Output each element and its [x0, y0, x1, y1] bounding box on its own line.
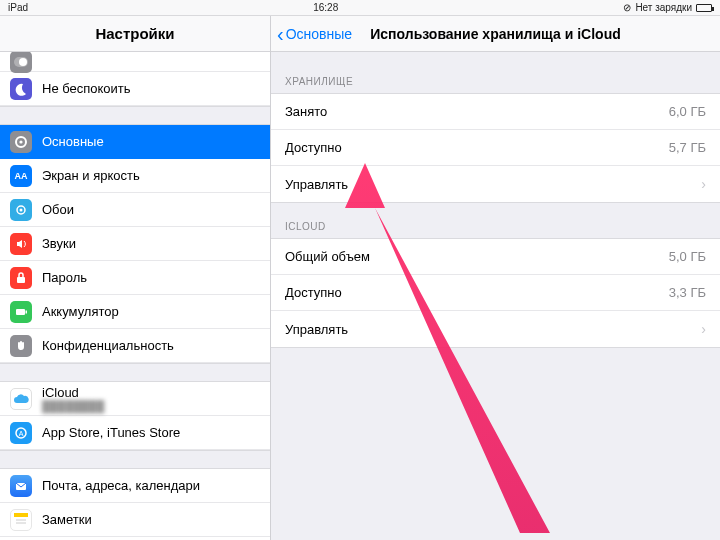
status-charging-text: Нет зарядки: [635, 2, 692, 13]
appstore-icon: A: [10, 422, 32, 444]
svg-text:AA: AA: [15, 171, 28, 181]
chevron-right-icon: ›: [701, 321, 706, 337]
battery-icon: [696, 4, 712, 12]
notes-icon: [10, 509, 32, 531]
sidebar-item-label: Не беспокоить: [42, 81, 270, 96]
row-key: Доступно: [285, 140, 669, 155]
sidebar-title: Настройки: [0, 16, 270, 52]
sidebar-item-sounds[interactable]: Звуки: [0, 227, 270, 261]
wallpaper-icon: [10, 199, 32, 221]
sidebar-item-label: Обои: [42, 202, 270, 217]
sidebar-item-general[interactable]: Основные: [0, 125, 270, 159]
svg-point-1: [19, 58, 27, 66]
row-key: Доступно: [285, 285, 669, 300]
group-header-storage: ХРАНИЛИЩЕ: [271, 58, 720, 93]
sidebar-item-icloud[interactable]: iCloud ████████: [0, 382, 270, 416]
icloud-account-blurred: ████████: [42, 400, 104, 412]
sidebar-item-label: Пароль: [42, 270, 270, 285]
row-key: Управлять: [285, 177, 693, 192]
sidebar-item-privacy[interactable]: Конфиденциальность: [0, 329, 270, 363]
svg-rect-8: [16, 309, 25, 315]
svg-rect-13: [14, 513, 28, 517]
group-icloud: Общий объем 5,0 ГБ Доступно 3,3 ГБ Управ…: [271, 238, 720, 348]
svg-rect-7: [17, 277, 25, 283]
cloud-icon: [10, 388, 32, 410]
sidebar-item-mail[interactable]: Почта, адреса, календари: [0, 469, 270, 503]
gear-icon: [10, 131, 32, 153]
sidebar-item-notes[interactable]: Заметки: [0, 503, 270, 537]
sidebar-item-label: iCloud: [42, 385, 104, 400]
row-icloud-manage[interactable]: Управлять ›: [271, 311, 720, 347]
svg-point-3: [19, 140, 22, 143]
row-icloud-total[interactable]: Общий объем 5,0 ГБ: [271, 239, 720, 275]
sidebar-item-label: Звуки: [42, 236, 270, 251]
svg-rect-9: [26, 310, 28, 313]
sidebar-item-label: Экран и яркость: [42, 168, 270, 183]
sidebar-item-label: App Store, iTunes Store: [42, 425, 270, 440]
battery-icon: [10, 301, 32, 323]
sidebar-item-do-not-disturb[interactable]: Не беспокоить: [0, 72, 270, 106]
row-key: Занято: [285, 104, 669, 119]
sidebar-item-label: Основные: [42, 134, 270, 149]
sidebar-item-passcode[interactable]: Пароль: [0, 261, 270, 295]
group-storage: Занято 6,0 ГБ Доступно 5,7 ГБ Управлять …: [271, 93, 720, 203]
row-value: 3,3 ГБ: [669, 285, 706, 300]
svg-point-6: [20, 208, 23, 211]
row-icloud-available[interactable]: Доступно 3,3 ГБ: [271, 275, 720, 311]
status-time: 16:28: [28, 2, 623, 13]
row-key: Управлять: [285, 322, 693, 337]
row-key: Общий объем: [285, 249, 669, 264]
sidebar-item-label: Заметки: [42, 512, 270, 527]
hand-icon: [10, 335, 32, 357]
mail-icon: [10, 475, 32, 497]
row-storage-used[interactable]: Занято 6,0 ГБ: [271, 94, 720, 130]
row-value: 5,0 ГБ: [669, 249, 706, 264]
chevron-right-icon: ›: [701, 176, 706, 192]
sidebar-item-wallpaper[interactable]: Обои: [0, 193, 270, 227]
speaker-icon: [10, 233, 32, 255]
sidebar-item-battery[interactable]: Аккумулятор: [0, 295, 270, 329]
row-value: 5,7 ГБ: [669, 140, 706, 155]
toggle-icon: [10, 52, 32, 73]
sidebar-item-display-brightness[interactable]: AA Экран и яркость: [0, 159, 270, 193]
status-device: iPad: [8, 2, 28, 13]
row-value: 6,0 ГБ: [669, 104, 706, 119]
chevron-left-icon: ‹: [277, 24, 284, 44]
back-button-label: Основные: [286, 26, 352, 42]
sidebar-item-label: Конфиденциальность: [42, 338, 270, 353]
sidebar-item-clipped[interactable]: [0, 52, 270, 72]
status-charging-icon: ⊘: [623, 2, 631, 13]
back-button[interactable]: ‹ Основные: [271, 24, 352, 44]
sidebar-item-label: Аккумулятор: [42, 304, 270, 319]
sidebar-item-label: Почта, адреса, календари: [42, 478, 270, 493]
sidebar-item-label: [42, 54, 270, 69]
moon-icon: [10, 78, 32, 100]
row-storage-available[interactable]: Доступно 5,7 ГБ: [271, 130, 720, 166]
row-storage-manage[interactable]: Управлять ›: [271, 166, 720, 202]
svg-text:A: A: [19, 430, 24, 437]
lock-icon: [10, 267, 32, 289]
group-header-icloud: ICLOUD: [271, 203, 720, 238]
sidebar-item-appstore[interactable]: A App Store, iTunes Store: [0, 416, 270, 450]
display-icon: AA: [10, 165, 32, 187]
